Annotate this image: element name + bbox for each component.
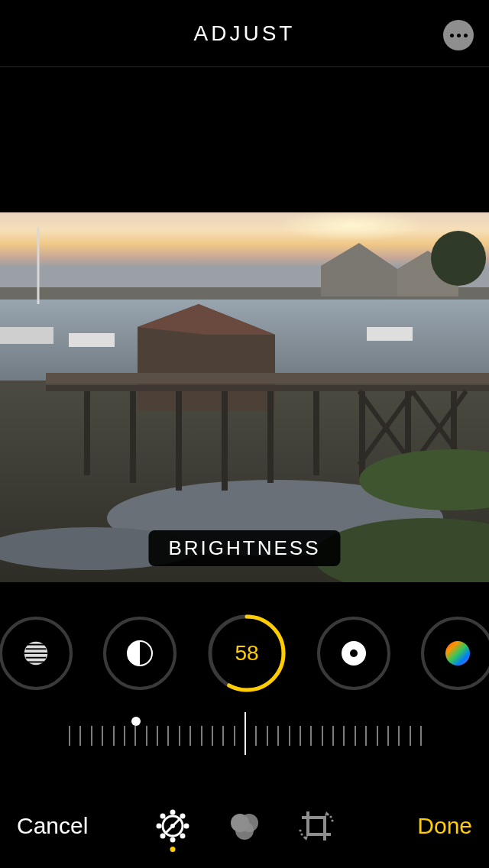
svg-rect-18: [267, 391, 274, 483]
parameter-label-badge: BRIGHTNESS: [148, 530, 340, 566]
filters-mode-icon: [226, 808, 263, 844]
value-slider[interactable]: [0, 703, 489, 756]
svg-point-65: [299, 829, 301, 831]
svg-point-49: [171, 838, 174, 841]
slider-pointer: [244, 712, 246, 755]
ellipsis-icon: [450, 34, 454, 37]
black-point-icon: [340, 640, 368, 667]
more-button[interactable]: [443, 20, 474, 50]
svg-point-48: [171, 811, 174, 814]
svg-rect-14: [84, 391, 90, 475]
exposure-icon: [21, 639, 50, 668]
sunset-image: [0, 212, 489, 582]
svg-point-53: [181, 815, 184, 818]
adjustment-dials[interactable]: 58: [0, 611, 489, 695]
svg-rect-12: [46, 373, 489, 384]
dial-exposure[interactable]: [0, 617, 73, 690]
svg-rect-13: [46, 385, 489, 391]
svg-point-55: [181, 834, 184, 837]
svg-rect-16: [176, 391, 182, 491]
dial-contrast[interactable]: [103, 617, 176, 690]
mode-filters[interactable]: [226, 808, 263, 844]
svg-rect-17: [222, 391, 228, 491]
svg-point-62: [331, 819, 333, 821]
svg-point-9: [431, 231, 486, 286]
cancel-button[interactable]: Cancel: [17, 813, 88, 839]
svg-rect-30: [367, 327, 413, 341]
svg-rect-19: [313, 391, 319, 475]
svg-point-54: [161, 834, 164, 837]
dial-brightness[interactable]: 58: [207, 614, 287, 693]
svg-point-45: [445, 641, 470, 666]
dial-saturation[interactable]: [421, 617, 489, 690]
svg-rect-28: [0, 327, 53, 344]
active-mode-indicator: [170, 847, 176, 852]
ellipsis-icon: [457, 34, 461, 37]
svg-point-64: [300, 833, 303, 835]
photo-preview[interactable]: [0, 212, 489, 582]
svg-rect-29: [69, 333, 115, 347]
svg-line-56: [165, 818, 180, 834]
svg-point-44: [350, 649, 358, 657]
svg-point-52: [161, 815, 164, 818]
done-button[interactable]: Done: [417, 813, 472, 839]
page-title: ADJUST: [194, 21, 296, 46]
svg-point-61: [329, 815, 332, 818]
mode-switcher: [154, 808, 335, 844]
slider-origin-dot: [131, 717, 141, 726]
svg-point-51: [185, 824, 188, 828]
saturation-icon: [444, 640, 471, 667]
svg-point-50: [157, 824, 160, 828]
mode-crop[interactable]: [298, 808, 335, 844]
adjust-mode-icon: [155, 808, 190, 844]
crop-mode-icon: [299, 808, 334, 844]
contrast-icon: [126, 640, 154, 667]
ellipsis-icon: [464, 34, 468, 37]
svg-rect-20: [359, 391, 365, 479]
header-bar: ADJUST: [0, 0, 489, 67]
mode-adjust[interactable]: [154, 808, 191, 844]
progress-ring-icon: [207, 614, 287, 693]
bottom-toolbar: Cancel: [0, 784, 489, 868]
svg-point-59: [235, 821, 254, 840]
svg-rect-15: [130, 391, 136, 483]
dial-black-point[interactable]: [317, 617, 390, 690]
